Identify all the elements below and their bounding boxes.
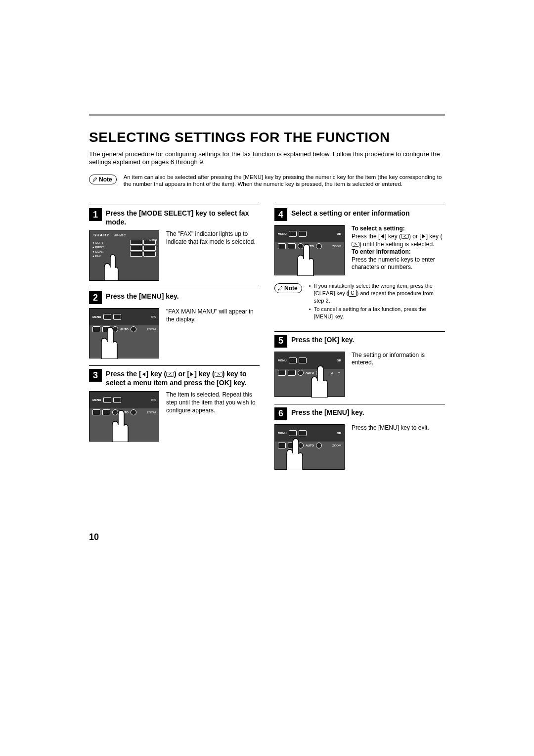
svg-rect-1 bbox=[215, 372, 222, 377]
note-text: An item can also be selected after press… bbox=[124, 174, 445, 188]
pencil-icon bbox=[278, 286, 283, 291]
step-number: 6 bbox=[274, 407, 287, 420]
divider bbox=[274, 404, 445, 404]
left-key-icon bbox=[401, 234, 409, 239]
step-number: 2 bbox=[89, 291, 102, 304]
step-5-body: The setting or information is entered. bbox=[352, 352, 445, 367]
ok-label: OK bbox=[151, 315, 156, 318]
step-title: Select a setting or enter information bbox=[291, 208, 410, 218]
right-triangle-icon bbox=[421, 234, 426, 239]
left-key-icon bbox=[166, 372, 174, 377]
step-number: 5 bbox=[274, 335, 287, 348]
menu-label: MENU bbox=[278, 359, 287, 362]
svg-rect-0 bbox=[166, 372, 174, 377]
page-title: SELECTING SETTINGS FOR THE FUNCTION bbox=[89, 130, 445, 145]
ok-label: OK bbox=[337, 432, 341, 435]
divider bbox=[89, 288, 260, 288]
mid-note: Note If you mistakenly select the wrong … bbox=[274, 282, 445, 321]
step-2-body: "FAX MAIN MANU" will appear in the displ… bbox=[166, 308, 260, 323]
note-label: Note bbox=[99, 176, 112, 183]
menu-label: MENU bbox=[278, 232, 287, 235]
step-1-head: 1 Press the [MODE SELECT] key to select … bbox=[89, 208, 260, 226]
note-bullet-1: If you mistakenly select the wrong item,… bbox=[309, 282, 445, 305]
menu-mini-label: MENU bbox=[149, 239, 157, 242]
menu-label: MENU bbox=[278, 432, 287, 435]
step-4-head: 4 Select a setting or enter information bbox=[274, 208, 445, 221]
step-number: 3 bbox=[89, 369, 102, 382]
step-1-body: The "FAX" indicator lights up to indicat… bbox=[166, 230, 260, 246]
step-4-body: To select a setting: Press the [] key ()… bbox=[352, 225, 445, 271]
step-title: Press the [MODE SELECT] key to select fa… bbox=[106, 208, 260, 226]
left-triangle-icon bbox=[141, 372, 146, 377]
auto-label: AUTO bbox=[306, 444, 314, 447]
mode-select-panel-illustration: SHARP AR-M201 COPY PRINT SCAN FAX bbox=[89, 230, 159, 281]
menu-exit-panel-illustration: MENU OK AUTO ZOOM bbox=[274, 424, 345, 470]
zoom-label: ZOOM bbox=[147, 411, 156, 414]
step-6-body: Press the [MENU] key to exit. bbox=[352, 424, 445, 432]
right-key-icon bbox=[215, 372, 222, 377]
ok-label: OK bbox=[151, 399, 156, 401]
note-badge: Note bbox=[89, 175, 117, 184]
top-note: Note An item can also be selected after … bbox=[89, 174, 445, 188]
divider bbox=[89, 365, 260, 366]
mode-copy: COPY bbox=[92, 241, 104, 245]
svg-rect-2 bbox=[401, 234, 408, 239]
ok-label: OK bbox=[337, 359, 341, 362]
step-number: 4 bbox=[274, 208, 287, 221]
menu-label: MENU bbox=[92, 399, 101, 401]
step-2-head: 2 Press the [MENU] key. bbox=[89, 291, 260, 304]
ok-panel-illustration: MENU OK AUTO Z M bbox=[274, 352, 345, 397]
auto-label: AUTO bbox=[306, 371, 314, 374]
step-number: 1 bbox=[89, 208, 102, 221]
step-6-head: 6 Press the [MENU] key. bbox=[274, 407, 445, 420]
zoom-label: ZOOM bbox=[332, 245, 341, 248]
section-rule bbox=[89, 114, 445, 116]
menu-label: MENU bbox=[92, 315, 101, 318]
step-title: Press the [MENU] key. bbox=[291, 407, 364, 417]
auto-label: AUTO bbox=[120, 411, 129, 414]
divider bbox=[274, 331, 445, 332]
right-key-icon bbox=[352, 242, 359, 247]
select-panel-illustration: MENU OK AUTO ZOOM bbox=[274, 225, 345, 275]
auto-label: AUTO bbox=[306, 245, 314, 248]
clear-key-icon: C bbox=[348, 290, 356, 297]
zoom-label: ZOOM bbox=[147, 328, 156, 331]
zoom-label: ZOOM bbox=[332, 444, 341, 447]
svg-rect-3 bbox=[352, 242, 359, 246]
ok-label: OK bbox=[337, 232, 341, 235]
menu-panel-illustration: MENU OK AUTO ZOOM bbox=[89, 308, 159, 358]
pencil-icon bbox=[92, 177, 97, 182]
page-number: 10 bbox=[89, 532, 99, 542]
arrow-panel-illustration: MENU OK AUTO ZOOM bbox=[89, 391, 159, 442]
hand-icon bbox=[94, 253, 134, 281]
left-triangle-icon bbox=[380, 234, 385, 239]
note-badge: Note bbox=[274, 283, 302, 293]
note-bullet-2: To cancel a setting for a fax function, … bbox=[309, 306, 445, 320]
intro-text: The general procedure for configuring se… bbox=[89, 150, 445, 167]
step-3-head: 3 Press the [] key () or [] key () key t… bbox=[89, 369, 260, 387]
step-title: Press the [] key () or [] key () key to … bbox=[106, 369, 260, 387]
brand-label: SHARP bbox=[93, 233, 110, 237]
right-triangle-icon bbox=[189, 372, 194, 377]
divider bbox=[274, 205, 445, 205]
note-label: Note bbox=[284, 285, 298, 292]
step-3-body: The item is selected. Repeat this step u… bbox=[166, 391, 260, 414]
model-label: AR-M201 bbox=[114, 234, 127, 237]
step-title: Press the [OK] key. bbox=[291, 335, 354, 345]
mode-print: PRINT bbox=[92, 245, 104, 250]
step-5-head: 5 Press the [OK] key. bbox=[274, 335, 445, 348]
note-bullets: If you mistakenly select the wrong item,… bbox=[309, 282, 445, 321]
step-title: Press the [MENU] key. bbox=[106, 291, 179, 301]
auto-label: AUTO bbox=[120, 328, 129, 331]
divider bbox=[89, 205, 260, 205]
